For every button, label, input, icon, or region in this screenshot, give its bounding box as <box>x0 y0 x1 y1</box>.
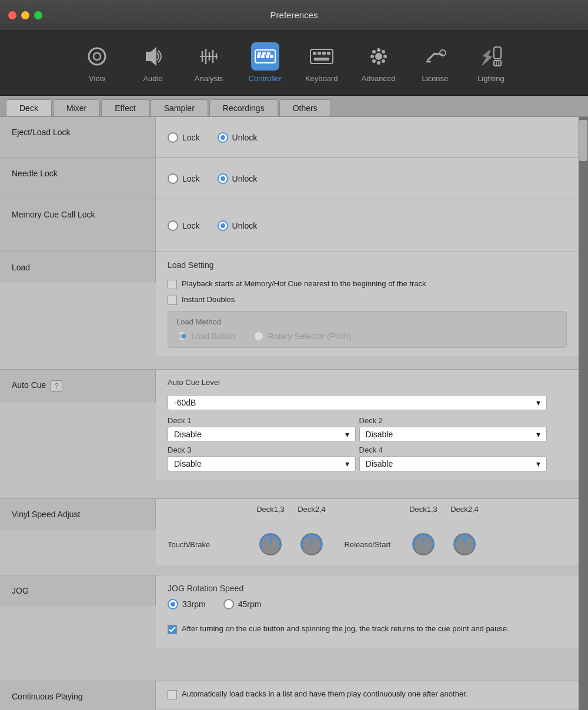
load-option2[interactable]: Instant Doubles <box>168 295 235 305</box>
load-section-title: Load Setting <box>168 260 214 270</box>
release-deck24-knob[interactable] <box>444 531 485 557</box>
needle-lock-control: Lock Unlock <box>156 158 579 199</box>
eject-load-lock-row: Eject/Load Lock Lock Unlock <box>0 117 579 158</box>
tab-deck[interactable]: Deck <box>6 99 52 116</box>
load-option1[interactable]: Playback starts at Memory/Hot Cue neares… <box>168 279 426 289</box>
license-label: License <box>422 74 449 83</box>
touch-deck13-knob[interactable] <box>250 531 291 557</box>
eject-lock-radio-group: Lock Unlock <box>168 132 257 143</box>
jog-label: JOG <box>0 575 156 606</box>
continuous-playing-row: Continuous Playing Automatically load tr… <box>0 681 579 710</box>
touch-deck24-knob[interactable] <box>291 531 332 557</box>
vinyl-speed-row: Vinyl Speed Adjust Deck1,3 Deck2,4 Deck1… <box>0 499 579 575</box>
svg-rect-18 <box>313 52 316 55</box>
jog-33rpm-option[interactable]: 33rpm <box>168 599 206 609</box>
svg-point-32 <box>440 50 446 56</box>
jog-speed-title: JOG Rotation Speed <box>168 584 243 593</box>
jog-cue-checkbox[interactable] <box>168 625 177 634</box>
svg-point-28 <box>372 50 376 53</box>
needle-lock-row: Needle Lock Lock Unlock <box>0 158 579 199</box>
needle-lock-option[interactable]: Lock <box>168 173 200 184</box>
eject-unlock-radio[interactable] <box>218 132 228 143</box>
tab-others[interactable]: Others <box>279 99 331 116</box>
controller-label: Controller <box>249 74 282 83</box>
audio-icon <box>139 42 167 71</box>
close-button[interactable] <box>8 11 16 19</box>
load-method-rotary-option[interactable]: Rotary Selector (Push) <box>253 331 352 341</box>
main-content: Eject/Load Lock Lock Unlock <box>0 117 588 710</box>
needle-lock-label: Needle Lock <box>0 158 156 199</box>
memory-cue-lock-control: Lock Unlock <box>156 199 579 252</box>
load-row: Load Load Setting Playback starts at Mem… <box>0 252 579 370</box>
load-method-rotary-radio[interactable] <box>253 331 264 341</box>
eject-lock-option[interactable]: Lock <box>168 132 200 143</box>
toolbar-item-advanced[interactable]: Advanced <box>350 38 407 88</box>
auto-cue-deck-grid: Deck 1 Disable ▾ Deck 2 Disable ▾ <box>168 416 547 471</box>
auto-cue-level-label: Auto Cue Level <box>168 378 220 387</box>
tab-sampler[interactable]: Sampler <box>151 99 208 116</box>
continuous-playing-checkbox[interactable] <box>168 690 177 699</box>
memory-cue-unlock-radio[interactable] <box>218 220 228 231</box>
load-method-button-radio[interactable] <box>176 331 187 341</box>
keyboard-label: Keyboard <box>305 74 338 83</box>
load-method-group: Load Method Load Button Rotary Selector … <box>168 311 567 348</box>
jog-33rpm-radio[interactable] <box>168 599 178 609</box>
memory-cue-lock-label: Memory Cue Call Lock <box>0 199 156 252</box>
eject-unlock-option[interactable]: Unlock <box>218 132 258 143</box>
release-start-label: Release/Start <box>332 540 403 549</box>
svg-rect-17 <box>310 49 333 63</box>
release-deck13-knob[interactable] <box>403 531 444 557</box>
analysis-icon <box>195 42 223 71</box>
minimize-button[interactable] <box>21 11 29 19</box>
svg-point-25 <box>377 61 380 65</box>
memory-cue-lock-radio[interactable] <box>168 220 178 231</box>
auto-cue-level-select[interactable]: -60dB ▾ <box>168 395 547 410</box>
load-option2-checkbox[interactable] <box>168 296 177 305</box>
deck3-select[interactable]: Disable ▾ <box>168 456 356 471</box>
toolbar-item-analysis[interactable]: Analysis <box>181 38 237 88</box>
jog-45rpm-radio[interactable] <box>223 599 234 609</box>
load-control: Load Setting Playback starts at Memory/H… <box>156 252 579 356</box>
needle-lock-radio[interactable] <box>168 173 178 184</box>
memory-cue-unlock-option[interactable]: Unlock <box>218 220 258 231</box>
load-label: Load <box>0 252 156 283</box>
svg-rect-21 <box>327 52 330 55</box>
svg-rect-14 <box>258 52 261 55</box>
toolbar: View Audio <box>0 31 588 96</box>
deck1-select[interactable]: Disable ▾ <box>168 427 356 442</box>
jog-rpm-group: 33rpm 45rpm <box>168 599 261 609</box>
toolbar-item-license[interactable]: License <box>407 38 463 88</box>
analysis-label: Analysis <box>195 74 223 83</box>
load-method-button-option[interactable]: Load Button <box>176 331 236 341</box>
needle-unlock-radio[interactable] <box>218 173 228 184</box>
deck4-select[interactable]: Disable ▾ <box>359 456 547 471</box>
window-title: Preferences <box>270 10 318 20</box>
vinyl-speed-label: Vinyl Speed Adjust <box>0 499 156 530</box>
view-icon <box>83 42 111 71</box>
memory-cue-lock-option[interactable]: Lock <box>168 220 200 231</box>
advanced-label: Advanced <box>362 74 396 83</box>
toolbar-item-lighting[interactable]: Lighting <box>463 38 519 88</box>
auto-cue-help-icon[interactable]: ? <box>51 380 62 392</box>
deck2-select[interactable]: Disable ▾ <box>359 427 547 442</box>
tab-effect[interactable]: Effect <box>101 99 149 116</box>
load-option1-checkbox[interactable] <box>168 280 177 289</box>
toolbar-item-view[interactable]: View <box>69 38 125 88</box>
deck3-item: Deck 3 Disable ▾ <box>168 446 356 471</box>
svg-point-24 <box>377 48 380 52</box>
toolbar-item-audio[interactable]: Audio <box>125 38 181 88</box>
jog-45rpm-option[interactable]: 45rpm <box>223 599 262 609</box>
touch-brake-label: Touch/Brake <box>168 540 250 549</box>
toolbar-item-controller[interactable]: Controller <box>237 38 293 88</box>
tab-mixer[interactable]: Mixer <box>53 99 100 116</box>
jog-cue-option[interactable]: After turning on the cue button and spin… <box>168 618 567 640</box>
toolbar-item-keyboard[interactable]: Keyboard <box>293 38 350 88</box>
eject-lock-radio[interactable] <box>168 132 178 143</box>
memory-cue-lock-row: Memory Cue Call Lock Lock Unlock <box>0 199 579 252</box>
tab-recordings[interactable]: Recordings <box>209 99 278 116</box>
svg-point-23 <box>375 53 382 60</box>
needle-unlock-option[interactable]: Unlock <box>218 173 258 184</box>
maximize-button[interactable] <box>34 11 42 19</box>
memory-cue-lock-radio-group: Lock Unlock <box>168 220 257 231</box>
continuous-playing-option[interactable]: Automatically load tracks in a list and … <box>168 689 467 699</box>
